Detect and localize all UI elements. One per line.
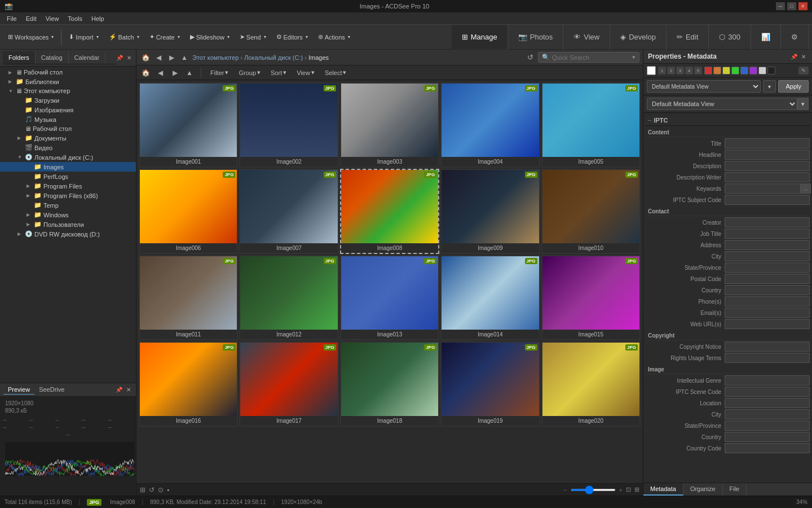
menu-tools[interactable]: Tools	[63, 14, 87, 23]
image-cell-008[interactable]: JPG Image008	[340, 169, 439, 254]
tree-item-localdisk[interactable]: ▼ 💿 Локальный диск (C:)	[0, 152, 136, 162]
minimize-button[interactable]: ─	[776, 2, 785, 10]
input-intellectual-genre[interactable]	[725, 375, 810, 386]
image-cell-001[interactable]: JPG Image001	[139, 82, 238, 168]
image-cell-007[interactable]: JPG Image007	[239, 169, 338, 254]
menu-edit[interactable]: Edit	[21, 14, 41, 23]
image-cell-017[interactable]: JPG Image017	[239, 341, 338, 427]
color-purple-button[interactable]	[749, 67, 757, 75]
filter-nav-up[interactable]: ▲	[184, 67, 195, 78]
color-green-button[interactable]	[731, 67, 739, 75]
image-cell-011[interactable]: JPG Image011	[139, 255, 238, 340]
filter-nav-back[interactable]: ◀	[155, 67, 166, 78]
tree-item-windows[interactable]: ▶ 📁 Windows	[0, 210, 136, 220]
nav-home-button[interactable]: 🏠	[140, 52, 151, 63]
menu-view[interactable]: View	[41, 14, 64, 23]
image-cell-004[interactable]: JPG Image004	[440, 82, 540, 168]
tree-item-images-user[interactable]: ▶ 📁 Изображения	[0, 105, 136, 115]
right-panel-pin-button[interactable]: 📌	[790, 52, 798, 60]
input-state-image[interactable]	[725, 421, 810, 431]
tab-catalog[interactable]: Catalog	[36, 51, 69, 64]
preview-close-button[interactable]: ✕	[125, 386, 133, 394]
tab-file-bottom[interactable]: File	[723, 483, 747, 496]
input-iptc-scene-code[interactable]	[725, 387, 810, 397]
grid-icon-btn4[interactable]: ▪	[167, 486, 169, 494]
image-cell-019[interactable]: JPG Image019	[440, 341, 540, 427]
view-button[interactable]: View ▾	[293, 68, 318, 77]
nav-up-button[interactable]: ▲	[179, 52, 190, 63]
tree-item-desktop2[interactable]: ▶ 🖥 Рабочий стол	[0, 124, 136, 133]
input-postal-code[interactable]	[725, 274, 810, 284]
image-cell-015[interactable]: JPG Image015	[541, 255, 641, 340]
tree-item-imagesfolder[interactable]: ▶ 📁 Images	[0, 162, 136, 172]
input-description[interactable]	[725, 161, 810, 171]
input-city-contact[interactable]	[725, 251, 810, 261]
star-3-button[interactable]: 3	[676, 67, 684, 75]
image-cell-018[interactable]: JPG Image018	[340, 341, 439, 427]
tree-item-programfilesx86[interactable]: ▶ 📁 Program Files (x86)	[0, 191, 136, 200]
tab-view[interactable]: 👁 View	[563, 25, 610, 50]
input-phones[interactable]	[725, 296, 810, 306]
apply-button[interactable]: Apply	[778, 80, 809, 93]
menu-file[interactable]: File	[2, 14, 21, 23]
right-panel-close-button[interactable]: ✕	[800, 52, 807, 60]
panel-pin-button[interactable]: 📌	[116, 54, 123, 62]
tab-folders[interactable]: Folders	[3, 51, 36, 64]
color-orange-button[interactable]	[713, 67, 721, 75]
image-cell-016[interactable]: JPG Image016	[139, 341, 238, 427]
tree-item-programfiles[interactable]: ▶ 📁 Program Files	[0, 181, 136, 191]
input-country-image[interactable]	[725, 432, 810, 442]
search-input[interactable]	[552, 54, 630, 61]
tab-metadata-bottom[interactable]: Metadata	[643, 483, 683, 496]
star-5-button[interactable]: 5	[694, 67, 702, 75]
image-cell-014[interactable]: JPG Image014	[440, 255, 540, 340]
input-copyright-notice[interactable]	[725, 341, 810, 352]
tab-organize-bottom[interactable]: Organize	[683, 483, 723, 496]
image-cell-005[interactable]: JPG Image005	[541, 82, 641, 168]
tree-item-users[interactable]: ▶ 📁 Пользователи	[0, 220, 136, 229]
image-cell-013[interactable]: JPG Image013	[340, 255, 439, 340]
tab-photos[interactable]: 📷 Photos	[508, 25, 563, 50]
image-cell-009[interactable]: JPG Image009	[440, 169, 540, 254]
tab-300[interactable]: ⬡ 300	[709, 25, 751, 50]
panel-close-button[interactable]: ✕	[125, 54, 133, 62]
image-cell-003[interactable]: JPG Image003	[340, 82, 439, 168]
group-button[interactable]: Group ▾	[235, 68, 264, 77]
image-cell-006[interactable]: JPG Image006	[139, 169, 238, 254]
tree-item-docs[interactable]: ▶ 📁 Документы	[0, 133, 136, 143]
maximize-button[interactable]: □	[787, 2, 796, 10]
tab-preview[interactable]: Preview	[3, 385, 34, 395]
input-web-url[interactable]	[725, 319, 810, 329]
preset-select[interactable]: Default Metadata View	[647, 80, 761, 93]
tree-item-video[interactable]: ▶ 🎬 Видео	[0, 143, 136, 152]
tree-item-thispc[interactable]: ▼ 🖥 Этот компьютер	[0, 86, 136, 95]
tab-develop[interactable]: ◈ Develop	[610, 25, 667, 50]
tree-item-downloads[interactable]: ▶ 📁 Загрузки	[0, 95, 136, 105]
tree-item-dvd[interactable]: ▶ 💿 DVD RW дисковод (D:)	[0, 229, 136, 239]
tree-item-music[interactable]: ▶ 🎵 Музыка	[0, 115, 136, 124]
input-description-writer[interactable]	[725, 172, 810, 182]
filter-button[interactable]: Filter ▾	[207, 68, 232, 77]
refresh-button[interactable]: ↺	[524, 52, 536, 63]
input-location[interactable]	[725, 398, 810, 408]
tab-calendar[interactable]: Calendar	[69, 51, 106, 64]
nav-forward-button[interactable]: ▶	[166, 52, 177, 63]
color-yellow-button[interactable]	[722, 67, 730, 75]
input-address[interactable]	[725, 240, 810, 250]
view-dropdown-arrow[interactable]: ▾	[797, 98, 809, 110]
iptc-section-header[interactable]: ─ IPTC	[646, 115, 810, 126]
input-emails[interactable]	[725, 308, 810, 318]
image-cell-012[interactable]: JPG Image012	[239, 255, 338, 340]
star-2-button[interactable]: 2	[667, 67, 675, 75]
actions-button[interactable]: ⊛ Actions ▾	[314, 31, 355, 43]
grid-icon-btn3[interactable]: ⊙	[158, 486, 164, 494]
grid-icon-btn1[interactable]: ⊞	[140, 486, 145, 494]
view-select[interactable]: Default Metadata View	[647, 98, 797, 110]
select-button[interactable]: Select ▾	[321, 68, 350, 77]
slideshow-button[interactable]: ▶ Slideshow ▾	[186, 31, 234, 43]
editors-button[interactable]: ⚙ Editors ▾	[272, 31, 312, 43]
filter-nav-forward[interactable]: ▶	[169, 67, 180, 78]
color-black-button[interactable]	[767, 67, 775, 75]
close-button[interactable]: ✕	[798, 2, 807, 10]
pencil-icon[interactable]: ✎	[798, 67, 809, 75]
